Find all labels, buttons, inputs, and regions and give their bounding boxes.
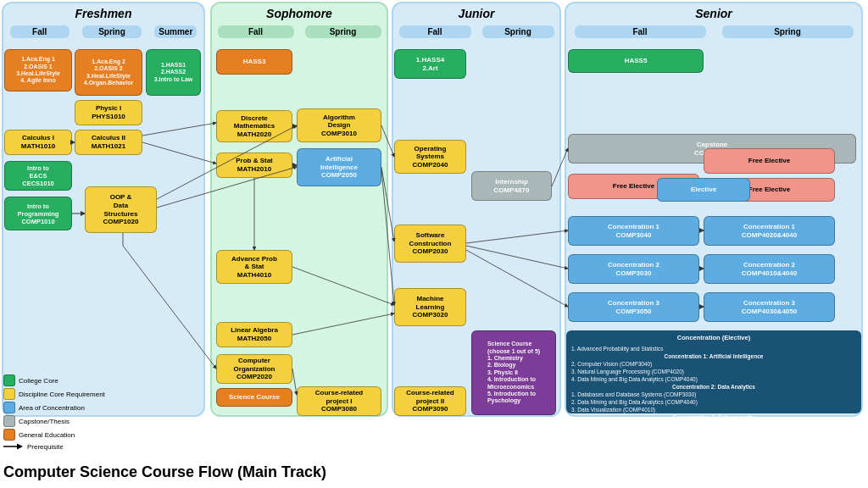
col-senior-fall: Fall [575, 25, 706, 38]
senior-title: Senior [566, 3, 861, 20]
box-os: Operating Systems COMP2040 [394, 140, 466, 174]
conc3-title: Concentration 3: Cybersecurity [571, 413, 856, 421]
box-hass5: HASS5 [568, 49, 704, 73]
box-internship: Internship COMP4870 [471, 171, 552, 201]
legend-discipline-core: Discipline Core Requirement [3, 388, 173, 400]
box-adv-prob: Advance Prob & Stat MATH4010 [216, 250, 292, 284]
legend-general-edu: General Education [3, 429, 173, 441]
box-comp-org: Computer Organization COMP2020 [216, 354, 292, 384]
main-container: Freshmen Fall Spring Summer Sophomore Fa… [0, 0, 868, 488]
col-junior-fall: Fall [399, 25, 471, 38]
info-box: Concentration (Elective) 1. Advanced Pro… [566, 330, 861, 413]
box-intro-prog: Intro to Programming COMP1010 [4, 197, 72, 230]
box-linear-alg: Linear Algebra MATH2050 [216, 322, 292, 347]
legend: College Core Discipline Core Requirement… [3, 374, 173, 452]
box-discrete: Discrete Mathematics MATH2020 [216, 110, 292, 142]
conc1-title: Concentration 1: Artificial Intelligence [571, 352, 856, 360]
col-senior-spring: Spring [722, 25, 854, 38]
col-freshmen-spring: Spring [82, 25, 142, 38]
freshmen-title: Freshmen [3, 3, 203, 20]
box-physic1: Physic I PHYS1010 [75, 100, 142, 125]
box-conc3-fall: Concentration 3 COMP3050 [568, 292, 699, 322]
info-title: Concentration (Elective) [571, 334, 856, 343]
box-aca-eng2: 1.Aca.Eng 2 2.OASIS 2 3.Heal.LifeStyle 4… [75, 49, 142, 96]
box-ml: Machine Learning COMP3020 [394, 288, 466, 326]
box-summer: 1.HASS1 2.HASS2 3.Intro to Law [146, 49, 201, 96]
box-sw-const: Software Construction COMP2030 [394, 225, 466, 263]
box-conc1-fall: Concentration 1 COMP3040 [568, 216, 699, 246]
box-hass3: HASS3 [216, 49, 292, 75]
legend-college-core: College Core [3, 374, 173, 386]
box-calc2: Calculus II MATH1021 [75, 130, 142, 155]
col-sophomore-spring: Spring [305, 25, 381, 38]
box-prob-stat: Prob & Stat MATH2010 [216, 152, 292, 178]
box-science-soph: Science Course [216, 388, 292, 407]
box-conc3-spring: Concentration 3 COMP4030&4050 [704, 292, 835, 322]
box-conc1-spring: Concentration 1 COMP4020&4040 [704, 216, 835, 246]
junior-title: Junior [393, 3, 559, 20]
box-calc1: Calculus I MATH1010 [4, 130, 72, 155]
box-algo-design: Algorithm Design COMP3010 [297, 108, 381, 142]
box-elective: Elective [657, 178, 750, 202]
sophomore-title: Sophomore [212, 3, 387, 20]
col-freshmen-summer: Summer [154, 25, 197, 38]
box-conc2-spring: Concentration 2 COMP4010&4040 [704, 254, 835, 284]
col-junior-spring: Spring [482, 25, 554, 38]
legend-prerequisite: Prerequisite [3, 442, 173, 451]
conc2-title: Concentration 2: Data Analytics [571, 383, 856, 391]
legend-capstone: Capstone/Thesis [3, 415, 173, 427]
box-oop: OOP & Data Structures COMP1020 [85, 186, 157, 233]
col-sophomore-fall: Fall [218, 25, 294, 38]
box-course-rel2: Course-related project II COMP3090 [394, 386, 466, 416]
box-aca-eng1: 1.Aca.Eng 1 2.OASIS 1 3.Heal.LifeStyle 4… [4, 49, 72, 92]
box-course-rel1: Course-related project I COMP3080 [297, 386, 381, 416]
col-freshmen-fall: Fall [10, 25, 70, 38]
box-intro-ecs: Intro to E&CS CECS1010 [4, 161, 72, 191]
box-hass4: 1.HASS4 2.Art [394, 49, 466, 79]
box-free-elec-spring1: Free Elective [704, 148, 835, 174]
box-conc2-fall: Concentration 2 COMP3030 [568, 254, 699, 284]
box-ai: Artificial Intelligence COMP2050 [297, 148, 381, 186]
legend-concentration: Area of Concentration [3, 402, 173, 413]
page-title: Computer Science Course Flow (Main Track… [3, 463, 326, 481]
box-science-choose: Science Course (choose 1 out of 5) 1. Ch… [471, 330, 556, 415]
